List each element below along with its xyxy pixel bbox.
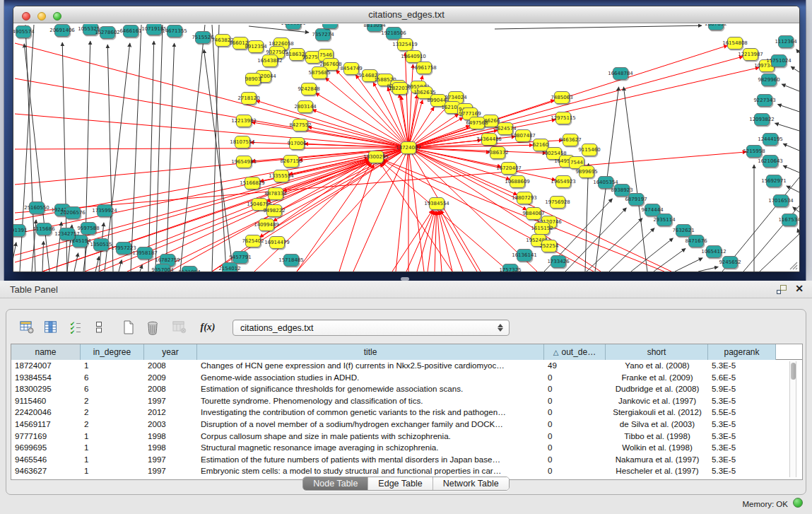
- network-node-teal[interactable]: 7357274: [312, 29, 334, 41]
- network-node-yellow[interactable]: 16154808: [722, 37, 748, 49]
- citation-edge-red[interactable]: [85, 160, 369, 271]
- citation-edge-black[interactable]: [24, 44, 49, 271]
- citation-edge-black[interactable]: [42, 241, 44, 271]
- network-node-teal[interactable]: 19218506: [381, 28, 406, 40]
- network-node-yellow[interactable]: 9115460: [578, 144, 600, 156]
- citation-edge-black[interactable]: [787, 186, 799, 192]
- table-row[interactable]: 1456911722003Disruption of a novel membe…: [11, 419, 802, 431]
- network-node-yellow[interactable]: 12975115: [551, 112, 576, 124]
- tab-network-table[interactable]: Network Table: [433, 477, 509, 490]
- network-node-teal[interactable]: 10654112: [701, 246, 726, 258]
- close-icon[interactable]: ✕: [795, 283, 804, 294]
- citation-edge-red[interactable]: [396, 148, 408, 271]
- network-node-teal[interactable]: 5215958: [743, 146, 765, 158]
- network-node-teal[interactable]: 1167534: [778, 214, 799, 226]
- float-window-icon[interactable]: [777, 285, 787, 294]
- citation-edge-black[interactable]: [180, 25, 205, 271]
- citation-edge-black[interactable]: [74, 253, 78, 271]
- citation-edge-black[interactable]: [148, 41, 154, 271]
- network-node-yellow[interactable]: 2718120: [237, 93, 259, 105]
- citation-edge-black[interactable]: [775, 123, 799, 131]
- network-node-teal[interactable]: 9227343: [753, 95, 775, 107]
- network-node-yellow[interactable]: 10688609: [505, 176, 530, 188]
- network-node-teal[interactable]: 12444195: [758, 134, 783, 146]
- network-node-teal[interactable]: 1757325: [499, 264, 521, 273]
- network-node-yellow[interactable]: 9463627: [559, 134, 581, 146]
- citation-edge-red[interactable]: [15, 148, 408, 149]
- vertical-scrollbar[interactable]: [789, 361, 796, 477]
- table-settings-icon[interactable]: [16, 317, 37, 337]
- network-canvas[interactable]: 4905574206914061055325715278602646616110…: [13, 24, 799, 272]
- network-node-yellow[interactable]: 15166829: [240, 177, 265, 189]
- column-header-in_degree[interactable]: in_degree: [81, 344, 144, 360]
- network-node-teal[interactable]: 9457791: [229, 252, 251, 264]
- network-node-yellow[interactable]: 98903: [245, 74, 261, 86]
- citation-edge-red[interactable]: [42, 160, 369, 271]
- network-node-yellow[interactable]: 12213987: [738, 49, 763, 61]
- memory-status-indicator[interactable]: [793, 498, 803, 508]
- network-node-teal[interactable]: 17359924: [92, 205, 117, 217]
- citation-edge-black[interactable]: [783, 144, 799, 151]
- network-node-yellow[interactable]: 19384554: [424, 198, 449, 210]
- network-node-yellow[interactable]: 14099489: [254, 219, 279, 231]
- network-node-yellow[interactable]: 18807293: [512, 192, 537, 204]
- table-row[interactable]: 946554611997Estimation of the future num…: [11, 454, 802, 466]
- citation-edge-black[interactable]: [782, 84, 799, 91]
- citation-edge-black[interactable]: [797, 228, 799, 234]
- node-attribute-table[interactable]: namein_degreeyeartitle△out_de…shortpager…: [11, 344, 803, 480]
- table-column-icon[interactable]: [40, 317, 61, 337]
- table-select-dropdown[interactable]: citations_edges.txt: [233, 320, 510, 336]
- citation-edge-black[interactable]: [698, 267, 718, 271]
- network-node-teal[interactable]: 1115686: [33, 223, 55, 235]
- table-row[interactable]: 911546021997Tourette syndrome. Phenomeno…: [11, 395, 802, 407]
- table-row[interactable]: 1872400712008Changes of HCN gene express…: [11, 360, 802, 372]
- network-node-yellow[interactable]: 18640910: [401, 51, 426, 63]
- citation-edge-black[interactable]: [777, 105, 799, 112]
- citation-edge-black[interactable]: [13, 243, 16, 271]
- network-node-teal[interactable]: 1572346: [319, 24, 341, 29]
- network-node-teal[interactable]: 16053809: [281, 24, 306, 30]
- network-node-teal[interactable]: 2154012: [218, 263, 240, 273]
- table-row[interactable]: 969969511998Structural magnetic resonanc…: [11, 442, 802, 454]
- column-header-short[interactable]: short: [606, 344, 708, 360]
- network-node-teal[interactable]: 17016534: [768, 195, 794, 207]
- network-node-teal[interactable]: 9245652: [719, 257, 741, 269]
- citation-edge-black[interactable]: [791, 66, 799, 72]
- citation-edge-black[interactable]: [585, 163, 589, 271]
- network-node-teal[interactable]: 16210643: [758, 156, 783, 168]
- network-node-yellow[interactable]: 19654923: [551, 176, 576, 188]
- network-node-teal[interactable]: 12093822: [749, 114, 775, 126]
- network-node-yellow[interactable]: 13325419: [392, 39, 418, 51]
- network-node-yellow[interactable]: 16961758: [411, 62, 437, 74]
- scrollbar-thumb[interactable]: [791, 363, 796, 380]
- column-header-pagerank[interactable]: pagerank: [708, 344, 776, 360]
- citation-edge-black[interactable]: [675, 258, 702, 271]
- citation-edge-black[interactable]: [623, 87, 647, 271]
- citation-edge-red[interactable]: [435, 211, 437, 271]
- network-node-yellow[interactable]: 19654983: [231, 156, 257, 168]
- table-row[interactable]: 2242004622012Investigating the contribut…: [11, 407, 802, 419]
- citation-edge-red[interactable]: [15, 114, 408, 148]
- network-node-teal[interactable]: 9829960: [758, 74, 779, 86]
- column-chooser-icon[interactable]: [88, 317, 110, 337]
- citation-edge-red[interactable]: [438, 211, 452, 271]
- citation-edge-black[interactable]: [131, 25, 141, 271]
- citation-edge-red[interactable]: [15, 158, 368, 234]
- network-node-teal[interactable]: 7515526: [192, 32, 214, 44]
- network-node-yellow[interactable]: 12213983: [231, 115, 257, 127]
- delete-table-icon[interactable]: [142, 317, 163, 337]
- citation-network-graph[interactable]: 4905574206914061055325715278602646616110…: [13, 24, 799, 272]
- citation-edge-red[interactable]: [437, 211, 442, 271]
- network-node-yellow[interactable]: 7485063: [551, 92, 572, 104]
- network-node-yellow[interactable]: 7625402: [242, 235, 264, 247]
- tab-node-table[interactable]: Node Table: [303, 477, 368, 490]
- citation-edge-black[interactable]: [204, 49, 233, 271]
- citation-edge-black[interactable]: [796, 49, 799, 53]
- network-node-yellow[interactable]: 2803144: [294, 101, 317, 113]
- citation-edge-black[interactable]: [495, 25, 702, 29]
- network-node-teal[interactable]: 6466161: [119, 25, 141, 37]
- citation-edge-black[interactable]: [565, 208, 626, 271]
- network-view-window[interactable]: 4905574206914061055325715278602646616110…: [13, 6, 800, 272]
- network-node-teal[interactable]: 20691406: [49, 25, 75, 37]
- citation-edge-black[interactable]: [155, 25, 163, 271]
